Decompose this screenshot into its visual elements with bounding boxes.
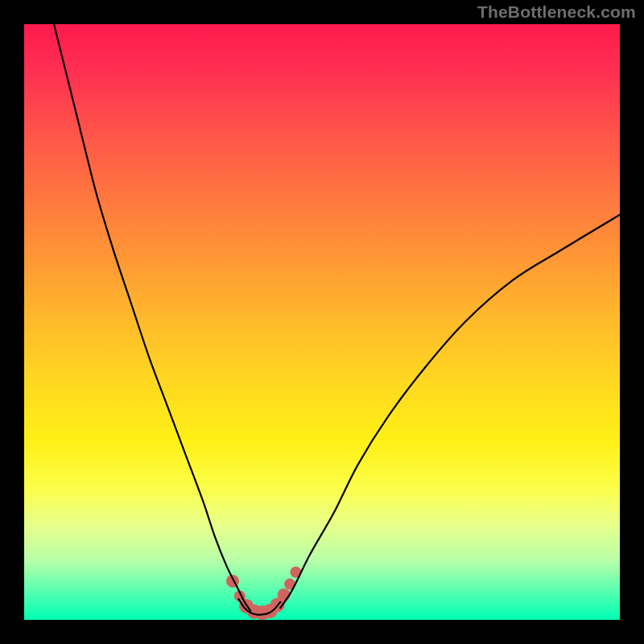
left-curve	[54, 24, 250, 611]
chart-svg	[24, 24, 620, 620]
chart-frame: TheBottleneck.com	[0, 0, 644, 644]
watermark-text: TheBottleneck.com	[477, 2, 636, 22]
right-curve	[280, 215, 620, 608]
